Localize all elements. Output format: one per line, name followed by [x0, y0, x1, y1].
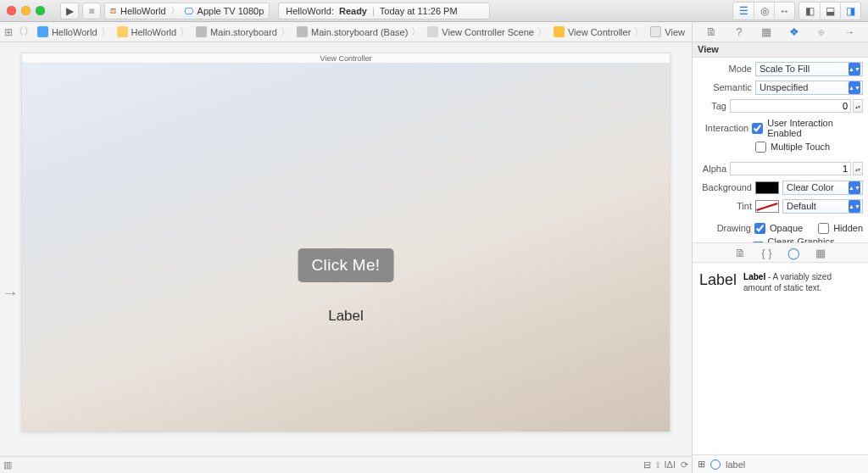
scene-icon	[427, 26, 438, 37]
scheme-target-label: Apple TV 1080p	[198, 6, 264, 16]
attributes-inspector-panel: View Mode Scale To Fill▲▼ Semantic Unspe…	[692, 42, 868, 473]
semantic-select[interactable]: Unspecified▲▼	[755, 81, 863, 95]
panel-toggle-segmented[interactable]: ◧ ⬓ ◨	[798, 2, 861, 20]
nav-back-icon[interactable]: 〈	[14, 22, 24, 42]
status-project: HelloWorld:	[286, 6, 334, 16]
resolve-issues-icon[interactable]: ΙΔΙ	[665, 459, 676, 470]
scene-container[interactable]: View Controller Click Me! Label	[21, 53, 670, 432]
initial-viewcontroller-arrow-icon[interactable]: →	[2, 283, 19, 303]
semantic-label: Semantic	[698, 82, 752, 92]
library-grid-toggle-icon[interactable]: ⊞	[698, 459, 705, 470]
stepper-icon[interactable]: ▴▾	[853, 99, 863, 113]
tint-swatch[interactable]	[755, 200, 779, 213]
click-me-button[interactable]: Click Me!	[298, 248, 394, 282]
inspector-section-header: View	[693, 42, 868, 58]
tint-label: Tint	[698, 201, 752, 211]
code-snippet-library-icon[interactable]: { }	[761, 247, 771, 259]
tint-select[interactable]: Default▲▼	[782, 199, 863, 214]
crumb-scene[interactable]: View Controller Scene〉	[424, 25, 550, 38]
status-time: Today at 11:26 PM	[380, 6, 458, 16]
toggle-navigator-icon[interactable]: ◧	[799, 3, 820, 19]
scheme-selector[interactable]: ⧈ HelloWorld 〉 🖵 Apple TV 1080p	[104, 3, 270, 19]
library-label-desc: Label - A variably sized amount of stati…	[743, 271, 861, 293]
crumb-folder[interactable]: HelloWorld〉	[114, 25, 193, 38]
close-window-icon[interactable]	[7, 6, 16, 15]
multiple-touch-checkbox[interactable]: Multiple Touch	[755, 142, 830, 153]
scene-title-bar[interactable]: View Controller	[22, 53, 670, 64]
crumb-view[interactable]: View	[647, 26, 688, 37]
quick-help-icon[interactable]: ?	[731, 24, 748, 41]
assistant-editor-icon[interactable]: ◎	[754, 3, 774, 19]
library-label-thumb: Label	[699, 271, 737, 289]
tag-field[interactable]	[730, 99, 851, 113]
chevron-updown-icon: ▲▼	[849, 81, 860, 94]
window-traffic-lights	[7, 6, 45, 15]
standard-editor-icon[interactable]: ☰	[733, 3, 754, 19]
stop-button[interactable]: ■	[82, 3, 101, 19]
nav-forward-icon[interactable]: 〉	[24, 22, 34, 42]
stepper-icon[interactable]: ▴▾	[853, 162, 863, 175]
alpha-field[interactable]	[730, 162, 851, 175]
crumb-storyboard[interactable]: Main.storyboard〉	[192, 25, 293, 38]
user-interaction-checkbox[interactable]: User Interaction Enabled	[752, 118, 863, 138]
library-tab-bar: 🗎 { } ◯ ▦	[693, 242, 868, 263]
file-inspector-icon[interactable]: 🗎	[703, 24, 720, 41]
object-library-icon[interactable]: ◯	[787, 247, 800, 259]
storyboard-icon	[196, 26, 207, 37]
attributes-inspector-icon[interactable]: ❖	[786, 24, 803, 41]
viewcontroller-icon	[554, 26, 565, 37]
alpha-label: Alpha	[698, 164, 726, 174]
mode-label: Mode	[698, 64, 752, 74]
library-search-text[interactable]: label	[726, 459, 745, 470]
background-swatch[interactable]	[755, 181, 779, 194]
run-button[interactable]: ▶	[60, 3, 79, 19]
interface-builder-canvas[interactable]: → View Controller Click Me! Label ▥ ⊟ ⟟ …	[0, 42, 692, 473]
library-footer: ⊞ label	[693, 454, 868, 473]
activity-status: HelloWorld: Ready | Today at 11:26 PM	[278, 3, 490, 19]
tag-label: Tag	[698, 101, 726, 111]
toggle-debug-icon[interactable]: ⬓	[820, 3, 840, 19]
minimize-window-icon[interactable]	[21, 6, 31, 15]
version-editor-icon[interactable]: ↔	[774, 3, 794, 19]
editor-mode-segmented[interactable]: ☰ ◎ ↔	[732, 2, 795, 20]
identity-inspector-icon[interactable]: ▦	[758, 24, 775, 41]
folder-icon	[117, 26, 128, 37]
opaque-checkbox[interactable]: Opaque	[754, 223, 803, 234]
media-library-icon[interactable]: ▦	[815, 247, 826, 259]
pin-tool-icon[interactable]: ⟟	[656, 459, 659, 470]
clears-graphics-checkbox[interactable]: Clears Graphics Context	[753, 236, 863, 242]
file-template-library-icon[interactable]: 🗎	[735, 247, 746, 259]
placeholder-label[interactable]: Label	[328, 308, 364, 325]
background-label: Background	[698, 182, 752, 192]
jump-bar-row: ⊞ 〈 〉 HelloWorld〉 HelloWorld〉 Main.story…	[0, 22, 868, 42]
crumb-storyboard-base[interactable]: Main.storyboard (Base)〉	[293, 25, 424, 38]
related-items-icon[interactable]: ⊞	[3, 22, 14, 42]
background-select[interactable]: Clear Color▲▼	[782, 181, 863, 195]
project-icon	[37, 26, 48, 37]
interaction-label: Interaction	[698, 123, 748, 133]
scheme-project-label: HelloWorld	[120, 6, 166, 16]
crumb-viewcontroller[interactable]: View Controller〉	[550, 25, 647, 38]
drawing-label: Drawing	[698, 223, 751, 233]
root-view[interactable]: Click Me! Label	[22, 64, 670, 431]
mode-select[interactable]: Scale To Fill▲▼	[755, 62, 863, 76]
inspector-tab-bar: 🗎 ? ▦ ❖ ⟐ →	[692, 22, 868, 42]
chevron-updown-icon: ▲▼	[849, 200, 860, 213]
toggle-inspector-icon[interactable]: ◨	[840, 3, 860, 19]
resizing-tool-icon[interactable]: ⟳	[681, 459, 688, 470]
canvas-footer-toolbar: ▥ ⊟ ⟟ ΙΔΙ ⟳	[0, 456, 692, 473]
chevron-updown-icon: ▲▼	[849, 63, 860, 75]
chevron-updown-icon: ▲▼	[849, 181, 860, 194]
library-result-item[interactable]: Label Label - A variably sized amount of…	[693, 263, 868, 454]
zoom-window-icon[interactable]	[36, 6, 45, 15]
status-state: Ready	[339, 6, 367, 16]
main-toolbar: ▶ ■ ⧈ HelloWorld 〉 🖵 Apple TV 1080p Hell…	[0, 0, 868, 22]
align-tool-icon[interactable]: ⊟	[643, 459, 651, 470]
connections-inspector-icon[interactable]: →	[841, 24, 858, 41]
library-filter-icon[interactable]	[710, 459, 721, 470]
document-outline-toggle-icon[interactable]: ▥	[3, 459, 12, 470]
hidden-checkbox[interactable]: Hidden	[818, 223, 863, 234]
crumb-project[interactable]: HelloWorld〉	[34, 25, 114, 38]
size-inspector-icon[interactable]: ⟐	[813, 24, 830, 41]
jump-bar[interactable]: ⊞ 〈 〉 HelloWorld〉 HelloWorld〉 Main.story…	[0, 22, 692, 42]
